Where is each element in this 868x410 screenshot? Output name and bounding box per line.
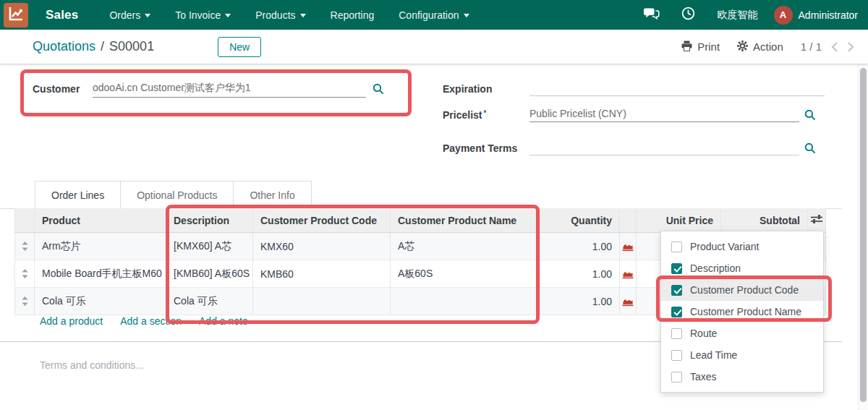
pager-next-icon[interactable] xyxy=(847,41,855,53)
checkbox-unchecked[interactable] xyxy=(671,328,682,339)
cell-customer-product-name[interactable]: A板60S xyxy=(391,260,540,287)
scrollbar-thumb[interactable] xyxy=(860,68,867,402)
forecast-chart-icon[interactable] xyxy=(620,288,637,315)
printer-icon xyxy=(681,40,692,54)
caret-down-icon xyxy=(225,14,231,17)
customer-input[interactable]: odooAi.cn Customer测试客户华为1 xyxy=(93,82,366,98)
menu-to-invoice-label: To Invoice xyxy=(175,9,221,21)
drag-handle-icon[interactable] xyxy=(14,233,35,260)
action-label: Action xyxy=(753,40,783,53)
caret-down-icon xyxy=(145,14,150,17)
dropdown-item-taxes[interactable]: Taxes xyxy=(661,366,823,388)
cell-product[interactable]: Arm芯片 xyxy=(35,233,166,260)
menu-configuration-label: Configuration xyxy=(399,9,459,21)
menu-orders-label: Orders xyxy=(109,9,140,21)
cell-customer-product-name[interactable]: A芯 xyxy=(391,233,540,260)
activities-button[interactable] xyxy=(671,0,706,30)
required-asterisk: * xyxy=(483,109,486,117)
header-product[interactable]: Product xyxy=(35,208,166,232)
messages-button[interactable] xyxy=(633,0,671,30)
header-quantity[interactable]: Quantity xyxy=(540,208,620,232)
cell-product[interactable]: Cola 可乐 xyxy=(35,288,166,315)
dropdown-item-lead-time[interactable]: Lead Time xyxy=(661,344,823,366)
control-panel: Quotations / S00001 New Print xyxy=(0,30,868,64)
expiration-input[interactable] xyxy=(529,82,825,96)
menu-reporting[interactable]: Reporting xyxy=(318,0,387,30)
menu-orders[interactable]: Orders xyxy=(97,0,163,30)
cell-quantity[interactable]: 1.00 xyxy=(540,288,620,315)
tab-order-lines[interactable]: Order Lines xyxy=(35,181,121,208)
notebook-tabs: Order Lines Optional Products Other Info xyxy=(35,181,312,208)
vertical-scrollbar xyxy=(858,64,868,410)
forecast-chart-icon[interactable] xyxy=(620,233,637,260)
dropdown-item-label: Product Variant xyxy=(690,241,759,252)
checkbox-unchecked[interactable] xyxy=(671,350,682,361)
add-a-section-link[interactable]: Add a section xyxy=(120,315,182,327)
sales-app-logo[interactable] xyxy=(4,3,28,27)
dropdown-item-route[interactable]: Route xyxy=(661,323,823,344)
dropdown-item-label: Customer Product Code xyxy=(690,284,799,296)
new-button[interactable]: New xyxy=(218,37,261,57)
action-button[interactable]: Action xyxy=(737,40,783,54)
payment-terms-input[interactable] xyxy=(529,141,799,155)
checkbox-checked[interactable] xyxy=(671,285,682,296)
header-customer-product-code[interactable]: Customer Product Code xyxy=(253,208,391,232)
menu-products[interactable]: Products xyxy=(243,0,318,30)
checkbox-unchecked[interactable] xyxy=(671,242,682,252)
cell-quantity[interactable]: 1.00 xyxy=(540,233,620,260)
breadcrumb: Quotations / S00001 xyxy=(33,39,154,54)
expiration-label: Expiration xyxy=(443,83,492,95)
menu-products-label: Products xyxy=(255,9,295,21)
caret-down-icon xyxy=(300,14,306,17)
cell-customer-product-code[interactable]: KMX60 xyxy=(253,233,391,260)
tab-optional-products[interactable]: Optional Products xyxy=(121,181,234,208)
add-a-product-link[interactable]: Add a product xyxy=(40,315,103,327)
avatar: A xyxy=(774,6,793,25)
header-subtotal[interactable]: Subtotal xyxy=(721,208,808,232)
chart-line-icon xyxy=(7,5,25,25)
header-handle-cell xyxy=(14,208,35,232)
customer-search-icon[interactable] xyxy=(373,83,384,98)
pager-count: 1 / 1 xyxy=(801,40,822,53)
dropdown-item-customer-product-name[interactable]: Customer Product Name xyxy=(661,301,823,323)
pager-previous-icon[interactable] xyxy=(830,41,838,53)
dropdown-item-description[interactable]: Description xyxy=(661,257,823,279)
tab-other-info[interactable]: Other Info xyxy=(234,181,311,208)
user-menu[interactable]: A Administrator xyxy=(770,6,868,25)
pricelist-input[interactable]: Public Pricelist (CNY) xyxy=(529,108,799,122)
cell-product[interactable]: Mobile Board手机主板M60 xyxy=(35,260,166,287)
cell-description[interactable]: [KMX60] A芯 xyxy=(166,233,253,260)
checkbox-checked[interactable] xyxy=(671,307,682,317)
terms-and-conditions-input[interactable]: Terms and conditions... xyxy=(40,359,144,371)
cell-quantity[interactable]: 1.00 xyxy=(540,260,620,287)
menu-configuration[interactable]: Configuration xyxy=(386,0,481,30)
company-menu[interactable]: 欧度智能 xyxy=(706,9,770,22)
dropdown-item-label: Lead Time xyxy=(690,349,737,361)
cell-description[interactable]: Cola 可乐 xyxy=(166,288,253,315)
menu-to-invoice[interactable]: To Invoice xyxy=(163,0,243,30)
cell-customer-product-name[interactable] xyxy=(391,288,540,315)
breadcrumb-quotations-link[interactable]: Quotations xyxy=(33,39,95,54)
print-button[interactable]: Print xyxy=(681,40,720,54)
header-unit-price[interactable]: Unit Price xyxy=(637,208,721,232)
drag-handle-icon[interactable] xyxy=(14,260,35,287)
checkbox-unchecked[interactable] xyxy=(671,372,682,383)
cell-customer-product-code[interactable] xyxy=(253,288,391,315)
cell-description[interactable]: [KMB60] A板60S xyxy=(166,260,253,287)
header-description[interactable]: Description xyxy=(166,208,253,232)
payment-terms-search-icon[interactable] xyxy=(804,142,816,157)
pricelist-label: Pricelist* xyxy=(443,109,486,121)
dropdown-item-product-variant[interactable]: Product Variant xyxy=(661,236,823,257)
table-footer-links: Add a product Add a section Add a note xyxy=(40,315,248,327)
breadcrumb-separator: / xyxy=(101,39,104,54)
header-customer-product-name[interactable]: Customer Product Name xyxy=(391,208,540,232)
add-a-note-link[interactable]: Add a note xyxy=(199,315,248,327)
forecast-chart-icon[interactable] xyxy=(620,260,637,287)
cell-customer-product-code[interactable]: KMB60 xyxy=(253,260,391,287)
dropdown-item-customer-product-code[interactable]: Customer Product Code xyxy=(661,279,823,301)
checkbox-checked[interactable] xyxy=(671,263,682,274)
drag-handle-icon[interactable] xyxy=(14,288,35,315)
pricelist-search-icon[interactable] xyxy=(804,109,816,124)
app-name[interactable]: Sales xyxy=(46,8,78,22)
optional-columns-toggle[interactable] xyxy=(808,208,826,232)
